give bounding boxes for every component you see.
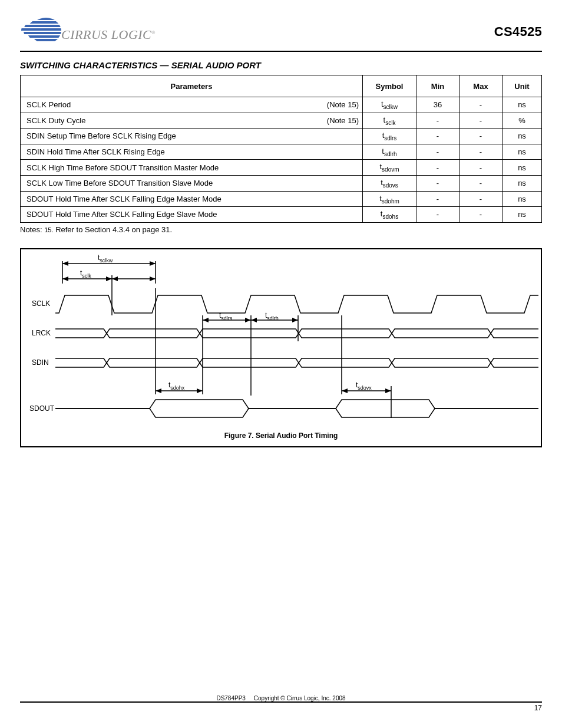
sig-label: LRCK	[32, 329, 51, 337]
t-sdlrh: tsdlrh	[265, 311, 279, 321]
page-number: 17	[20, 704, 542, 712]
notes-label: Notes:	[20, 225, 42, 234]
logo-text: CIRRUS LOGIC®	[61, 27, 156, 42]
cell-min: -	[416, 160, 459, 176]
svg-marker-30	[112, 276, 118, 281]
cell-symbol: tsdohm	[379, 194, 399, 203]
cell-note: (Note 15)	[327, 116, 359, 125]
note-number: 15.	[44, 226, 53, 233]
t-sclkw: tsclkw	[98, 253, 113, 263]
cell-min: -	[416, 175, 459, 191]
svg-marker-40	[197, 388, 203, 393]
cell-max: -	[459, 113, 503, 129]
cell-min: -	[416, 129, 459, 144]
cell-unit: ns	[503, 97, 542, 113]
cell-max: -	[459, 191, 503, 207]
cell-symbol: tsdovm	[379, 162, 399, 171]
svg-marker-28	[106, 276, 112, 281]
copyright: DS784PP3 Copyright © Cirrus Logic, Inc. …	[20, 695, 542, 701]
t-sclk: tsclk	[80, 269, 91, 279]
header-rule	[20, 51, 542, 52]
cell-symbol: tsdohs	[381, 209, 398, 218]
col-max: Max	[459, 75, 503, 97]
cell-symbol: tsdovs	[381, 178, 398, 187]
logo: CIRRUS LOGIC®	[20, 15, 156, 48]
notes-line: Notes: 15. Refer to Section 4.3.4 on pag…	[20, 225, 542, 234]
cell-min: -	[416, 191, 459, 207]
cell-unit: ns	[503, 144, 542, 160]
cell-param: SDIN Hold Time After SCLK Rising Edge	[27, 147, 165, 156]
cell-unit: ns	[503, 207, 542, 223]
col-parameters: Parameters	[21, 75, 363, 97]
cell-unit: ns	[503, 175, 542, 191]
svg-marker-24	[62, 261, 68, 266]
table-row: SCLK Duty Cycle (Note 15) tsclk - - %	[21, 113, 542, 129]
sig-label: SDOUT	[29, 404, 55, 413]
spec-table-head-row: Parameters Symbol Min Max Unit	[21, 75, 542, 97]
footer-rule	[20, 701, 542, 703]
cell-unit: ns	[503, 191, 542, 207]
cell-param: SDOUT Hold Time After SCLK Falling Edge …	[27, 195, 222, 203]
spec-table: Parameters Symbol Min Max Unit SCLK Peri…	[20, 75, 542, 223]
cell-symbol: tsclk	[384, 116, 396, 124]
cell-max: -	[459, 175, 503, 191]
part-number: CS4525	[494, 24, 542, 39]
cell-max: -	[459, 160, 503, 176]
cell-max: -	[459, 207, 503, 223]
timing-diagram-svg: SCLK LRCK SDIN SDOUT tsclkw tsclk tsdlrs…	[21, 249, 541, 447]
table-row: SCLK Period (Note 15) tsclkw 36 - ns	[21, 97, 542, 113]
sig-label: SDIN	[32, 358, 49, 367]
svg-marker-42	[342, 388, 348, 393]
svg-marker-27	[62, 276, 68, 281]
cell-max: -	[459, 129, 503, 144]
t-sdovx: tsdovx	[356, 381, 372, 391]
table-row: SCLK High Time Before SDOUT Transition M…	[21, 160, 542, 176]
header: CIRRUS LOGIC® CS4525	[20, 15, 542, 48]
cell-param: SDIN Setup Time Before SCLK Rising Edge	[27, 131, 176, 140]
cell-symbol: tsdlrh	[382, 147, 396, 156]
col-symbol: Symbol	[363, 75, 416, 97]
cell-min: -	[416, 113, 459, 129]
svg-marker-31	[150, 276, 156, 281]
svg-marker-39	[156, 388, 161, 393]
svg-marker-34	[245, 318, 251, 322]
cell-param: SCLK Low Time Before SDOUT Transition Sl…	[27, 179, 213, 187]
t-sdohx: tsdohx	[168, 381, 185, 391]
table-row: SDIN Hold Time After SCLK Rising Edge ts…	[21, 144, 542, 160]
cell-max: -	[459, 97, 503, 113]
svg-marker-33	[203, 318, 209, 322]
section-title: SWITCHING CHARACTERISTICS — SERIAL AUDIO…	[20, 60, 542, 70]
cell-min: -	[416, 207, 459, 223]
table-row: SDIN Setup Time Before SCLK Rising Edge …	[21, 129, 542, 144]
cell-min: -	[416, 144, 459, 160]
cell-unit: %	[503, 113, 542, 129]
cell-min: 36	[416, 97, 459, 113]
cell-param: SCLK High Time Before SDOUT Transition M…	[27, 163, 219, 172]
cell-param: SDOUT Hold Time After SCLK Falling Edge …	[27, 210, 217, 219]
note-text: Refer to Section 4.3.4 on page 31.	[55, 225, 172, 234]
table-row: SDOUT Hold Time After SCLK Falling Edge …	[21, 191, 542, 207]
svg-marker-36	[251, 318, 257, 322]
col-unit: Unit	[503, 75, 542, 97]
table-row: SDOUT Hold Time After SCLK Falling Edge …	[21, 207, 542, 223]
cell-param: SCLK Period	[27, 100, 71, 109]
figure-caption: Figure 7. Serial Audio Port Timing	[224, 431, 338, 440]
svg-marker-43	[385, 388, 391, 393]
cell-max: -	[459, 144, 503, 160]
col-min: Min	[416, 75, 459, 97]
cirrus-logo-icon	[20, 15, 64, 48]
table-row: SCLK Low Time Before SDOUT Transition Sl…	[21, 175, 542, 191]
cell-symbol: tsclkw	[381, 100, 398, 108]
svg-marker-37	[292, 318, 298, 322]
cell-param: SCLK Duty Cycle	[27, 116, 85, 125]
cell-unit: ns	[503, 160, 542, 176]
svg-marker-25	[150, 261, 156, 266]
cell-symbol: tsdlrs	[382, 131, 397, 140]
sig-label: SCLK	[32, 299, 50, 308]
timing-diagram: SCLK LRCK SDIN SDOUT tsclkw tsclk tsdlrs…	[20, 248, 542, 447]
cell-note: (Note 15)	[327, 100, 359, 109]
cell-unit: ns	[503, 129, 542, 144]
